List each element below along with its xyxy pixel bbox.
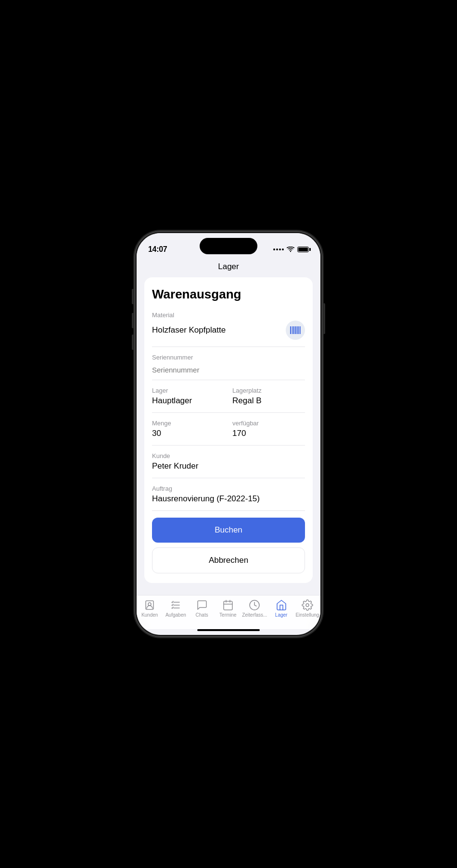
einstellung-icon	[302, 599, 313, 611]
tab-kunden-label: Kunden	[141, 612, 158, 618]
tab-zeiterfassung-label: Zeiterfass...	[242, 612, 267, 618]
auftrag-row: Auftrag Hausrenovierung (F-2022-15)	[152, 485, 305, 511]
tab-aufgaben-label: Aufgaben	[165, 612, 186, 618]
status-icons	[273, 247, 309, 252]
svg-rect-6	[298, 326, 299, 334]
tab-bar: Kunden Aufgaben	[137, 595, 320, 629]
lagerplatz-value: Regal B	[232, 396, 305, 406]
material-value: Holzfaser Kopfplatte	[152, 325, 226, 335]
lager-icon	[276, 599, 287, 611]
zeiterfassung-icon	[249, 599, 260, 611]
dynamic-island	[200, 238, 257, 254]
lagerplatz-label: Lagerplatz	[232, 387, 305, 394]
menge-label: Menge	[152, 420, 225, 427]
verfuegbar-label: verfügbar	[232, 420, 305, 427]
battery-icon	[297, 247, 309, 252]
serial-label: Seriennummer	[152, 354, 305, 361]
lager-field: Lager Hauptlager	[152, 387, 225, 406]
page-title: Warenausgang	[152, 287, 305, 302]
verfuegbar-value: 170	[232, 429, 305, 438]
nav-title: Lager	[137, 259, 320, 277]
aufgaben-icon	[170, 599, 181, 611]
auftrag-label: Auftrag	[152, 485, 305, 492]
lager-value: Hauptlager	[152, 396, 225, 406]
form-card: Warenausgang Material Holzfaser Kopfplat…	[144, 277, 313, 583]
tab-lager[interactable]: Lager	[269, 599, 293, 618]
svg-rect-7	[299, 326, 300, 334]
tab-lager-label: Lager	[275, 612, 288, 618]
material-row: Holzfaser Kopfplatte	[152, 321, 305, 347]
tab-termine[interactable]: Termine	[216, 599, 240, 618]
menge-verfuegbar-row: Menge 30 verfügbar 170	[152, 420, 305, 446]
serial-input[interactable]	[152, 363, 305, 380]
barcode-icon	[290, 326, 301, 334]
tab-aufgaben[interactable]: Aufgaben	[164, 599, 188, 618]
menge-value: 30	[152, 429, 225, 438]
chats-icon	[196, 599, 208, 611]
tab-termine-label: Termine	[219, 612, 237, 618]
kunde-row: Kunde Peter Kruder	[152, 452, 305, 478]
signal-icon	[273, 248, 284, 250]
kunden-icon	[144, 599, 155, 611]
svg-rect-14	[224, 601, 232, 610]
svg-point-10	[148, 603, 151, 606]
home-indicator	[197, 629, 260, 631]
svg-rect-4	[295, 326, 296, 334]
kunde-value: Peter Kruder	[152, 461, 305, 471]
tab-chats[interactable]: Chats	[190, 599, 214, 618]
termine-icon	[222, 599, 234, 611]
tab-einstellung-label: Einstellung	[295, 612, 319, 618]
kunde-label: Kunde	[152, 452, 305, 459]
wifi-icon	[287, 247, 294, 252]
lagerplatz-field: Lagerplatz Regal B	[232, 387, 305, 406]
svg-rect-1	[292, 326, 292, 334]
tab-zeiterfassung[interactable]: Zeiterfass...	[242, 599, 267, 618]
abbrechen-button[interactable]: Abbrechen	[152, 547, 305, 573]
svg-point-19	[306, 604, 309, 607]
lager-lagerplatz-row: Lager Hauptlager Lagerplatz Regal B	[152, 387, 305, 413]
status-bar: 14:07	[137, 233, 320, 259]
status-time: 14:07	[148, 245, 167, 254]
tab-kunden[interactable]: Kunden	[138, 599, 162, 618]
buchen-button[interactable]: Buchen	[152, 518, 305, 543]
svg-rect-3	[294, 326, 295, 334]
lager-label: Lager	[152, 387, 225, 394]
menge-field: Menge 30	[152, 420, 225, 438]
main-content: Warenausgang Material Holzfaser Kopfplat…	[137, 277, 320, 595]
svg-rect-0	[290, 326, 291, 334]
barcode-button[interactable]	[286, 321, 305, 340]
verfuegbar-field: verfügbar 170	[232, 420, 305, 438]
material-label: Material	[152, 311, 305, 319]
svg-rect-2	[293, 326, 294, 334]
tab-chats-label: Chats	[196, 612, 208, 618]
auftrag-value: Hausrenovierung (F-2022-15)	[152, 494, 305, 504]
tab-einstellung[interactable]: Einstellung	[295, 599, 319, 618]
svg-rect-8	[300, 326, 301, 334]
svg-rect-5	[297, 326, 297, 334]
